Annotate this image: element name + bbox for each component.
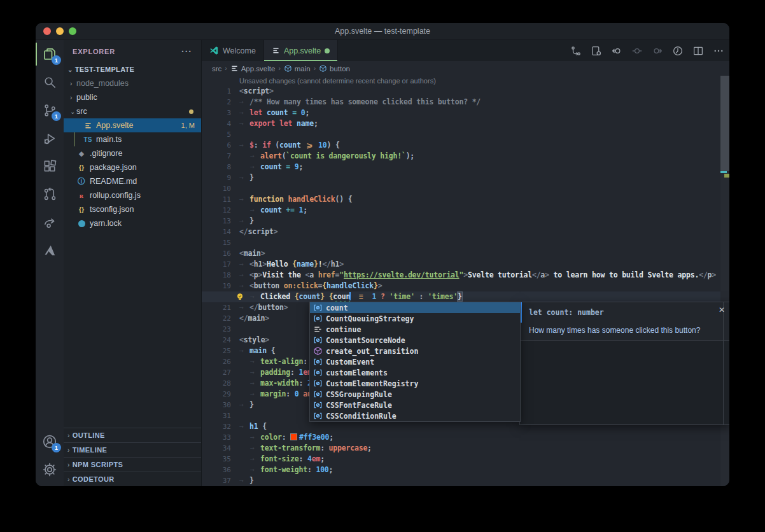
code-line-5[interactable]: 5 [202, 129, 720, 140]
explorer-item-main-ts[interactable]: TSmain.ts [64, 132, 201, 146]
previous-change-icon[interactable] [611, 45, 622, 57]
line-content: →font-size: 4em; [239, 454, 325, 463]
scrollbar-slider[interactable] [720, 76, 729, 171]
chevron-down-icon: ⌄ [70, 108, 76, 115]
code-line-19[interactable]: 19→<button on:click={handleClick}> [202, 281, 720, 291]
code-line-12[interactable]: 12→count += 1; [202, 205, 720, 216]
code-line-1[interactable]: 1<script> [202, 86, 720, 97]
line-number: 4 [202, 118, 231, 129]
suggestion-count[interactable]: count [310, 302, 520, 313]
run-debug-icon[interactable] [36, 124, 64, 152]
code-line-37[interactable]: 37→} [202, 475, 720, 486]
breadcrumb-item-button[interactable]: button [319, 64, 350, 73]
file-heatmap-icon[interactable] [672, 45, 684, 57]
breadcrumb-item-src[interactable]: src [212, 65, 221, 73]
line-content: </main> [239, 314, 269, 323]
code-line-36[interactable]: 36→font-weight: 100; [202, 465, 720, 475]
code-line-11[interactable]: 11→function handleClick() { [202, 194, 720, 205]
section-npm-scripts[interactable]: ›NPM SCRIPTS [64, 457, 201, 472]
close-icon[interactable]: ✕ [719, 306, 725, 314]
open-changes-icon[interactable] [591, 45, 602, 57]
tab-app-svelte[interactable]: App.svelte [264, 40, 338, 61]
explorer-item-app-svelte[interactable]: App.svelte1, M [64, 118, 201, 132]
suggestion-customelementregistry[interactable]: CustomElementRegistry [310, 378, 520, 389]
code-token: ( [271, 141, 279, 150]
explorer-item-tsconfig-json[interactable]: {}tsconfig.json [64, 202, 201, 216]
code-line-7[interactable]: 7→alert(`count is dangerously high!`); [202, 151, 720, 162]
change-marker-icon[interactable] [631, 45, 643, 57]
code-token: button [258, 303, 283, 312]
code-line-20[interactable]: →Clicked {count} {coun ≡ 1 ? 'time' : 't… [202, 291, 720, 302]
code-line-35[interactable]: 35→font-size: 4em; [202, 454, 720, 465]
source-control-icon[interactable]: 1 [36, 96, 64, 124]
code-line-10[interactable]: 10 [202, 183, 720, 194]
code-token: count [267, 108, 288, 117]
suggestion-countqueuingstrategy[interactable]: CountQueuingStrategy [310, 313, 520, 324]
gitlens-compare-icon[interactable] [570, 45, 582, 57]
explorer-item-src[interactable]: ⌄src [64, 104, 201, 118]
code-line-14[interactable]: 14</script> [202, 227, 720, 237]
code-line-34[interactable]: 34→text-transform: uppercase; [202, 443, 720, 454]
code-line-4[interactable]: 4→export let name; [202, 118, 720, 129]
suggestion-cssgroupingrule[interactable]: CSSGroupingRule [310, 389, 520, 400]
section-codetour[interactable]: ›CODETOUR [64, 472, 201, 486]
explorer-item-rollup-config-js[interactable]: ʀrollup.config.js [64, 188, 201, 202]
code-line-2[interactable]: 2→/** How many times has someone clicked… [202, 97, 720, 108]
code-token: let [249, 108, 262, 117]
code-line-33[interactable]: 33→color: #ff3e00; [202, 432, 720, 443]
extensions-icon[interactable] [36, 152, 64, 180]
code-token: 4 [307, 454, 312, 463]
line-number: 27 [202, 367, 231, 378]
settings-gear-icon[interactable] [36, 456, 64, 484]
breadcrumb-item-main[interactable]: main [284, 64, 311, 73]
title-bar[interactable]: App.svelte — test-template [36, 23, 729, 40]
code-token: script [248, 227, 273, 236]
next-change-icon[interactable] [652, 45, 663, 57]
suggestion-label: CustomEvent [326, 358, 374, 367]
code-line-3[interactable]: 3→let count = 0; [202, 108, 720, 118]
suggestion-cssfontfacerule[interactable]: CSSFontFaceRule [310, 400, 520, 410]
split-editor-icon[interactable] [692, 45, 704, 57]
code-line-16[interactable]: 16<main> [202, 248, 720, 259]
explorer-item-yarn-lock[interactable]: yarn.lock [64, 216, 201, 230]
explorer-item-readme-md[interactable]: ⓘREADME.md [64, 174, 201, 188]
more-actions-icon[interactable] [713, 45, 724, 57]
code-token: margin [260, 389, 286, 398]
code-line-9[interactable]: 9→} [202, 172, 720, 183]
code-line-8[interactable]: 8→count = 9; [202, 162, 720, 172]
github-pr-icon[interactable] [36, 180, 64, 208]
code-line-13[interactable]: 13→} [202, 216, 720, 227]
rollup-file-icon: ʀ [76, 190, 87, 200]
section-timeline[interactable]: ›TIMELINE [64, 442, 201, 457]
suggestion-cssconditionrule[interactable]: CSSConditionRule [310, 410, 520, 421]
code-line-18[interactable]: 18→<p>Visit the <a href="https://svelte.… [202, 270, 720, 281]
breadcrumb-item-app-svelte[interactable]: App.svelte [230, 64, 276, 73]
explorer-item-public[interactable]: ›public [64, 90, 201, 104]
code-token: > [339, 260, 344, 269]
suggestion-customevent[interactable]: CustomEvent [310, 356, 520, 367]
info-file-icon: ⓘ [76, 176, 87, 186]
live-share-icon[interactable] [36, 208, 64, 236]
code-line-17[interactable]: 17→<h1>Hello {name}!</h1> [202, 259, 720, 270]
lightbulb-icon[interactable] [235, 292, 244, 302]
suggestion-continue[interactable]: continue [310, 324, 520, 335]
explorer-item-package-json[interactable]: {}package.json [64, 160, 201, 174]
search-icon[interactable] [36, 68, 64, 96]
code-token: ; [299, 162, 304, 171]
suggestion-customelements[interactable]: customElements [310, 367, 520, 378]
suggestion-create-out-transition[interactable]: create_out_transition [310, 346, 520, 356]
tab-welcome[interactable]: Welcome [202, 40, 264, 61]
code-line-6[interactable]: 6→$: if (count ⩾ 10) { [202, 140, 720, 151]
explorer-item-node-modules[interactable]: ›node_modules [64, 76, 201, 90]
azure-icon[interactable] [36, 236, 64, 264]
explorer-more-actions-icon[interactable]: ··· [181, 46, 192, 57]
code-line-15[interactable]: 15 [202, 237, 720, 248]
line-number: 7 [202, 151, 231, 162]
line-content: →count = 9; [239, 162, 303, 171]
suggestion-constantsourcenode[interactable]: ConstantSourceNode [310, 335, 520, 346]
account-icon[interactable]: 1 [36, 428, 64, 456]
explorer-icon[interactable]: 1 [36, 40, 64, 68]
explorer-root-folder[interactable]: ⌄ TEST-TEMPLATE [64, 62, 201, 76]
section-outline[interactable]: ›OUTLINE [64, 428, 201, 442]
explorer-item--gitignore[interactable]: ◆.gitignore [64, 146, 201, 160]
